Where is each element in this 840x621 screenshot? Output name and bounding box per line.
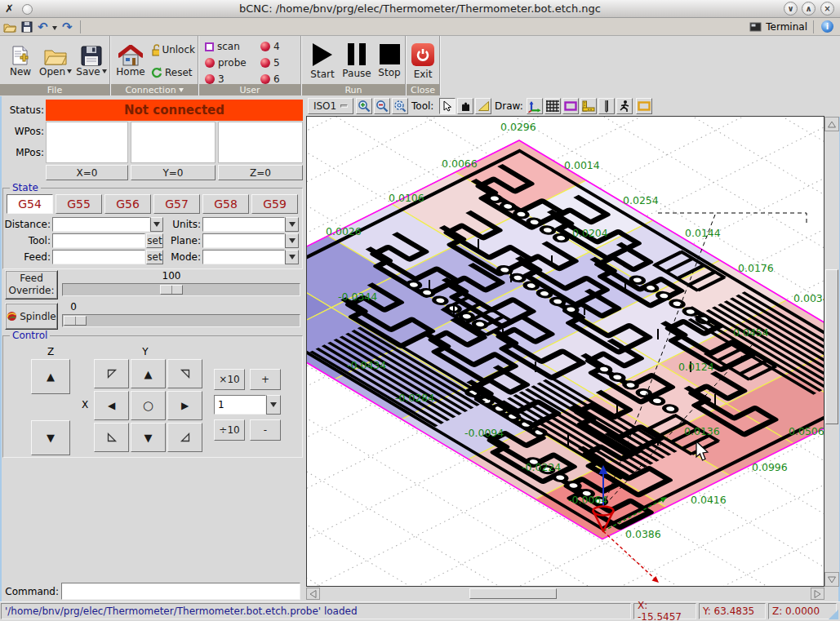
step-plus-button[interactable]: + bbox=[250, 369, 281, 390]
pause-button[interactable]: Pause bbox=[340, 38, 374, 84]
redo-icon[interactable]: ↷ bbox=[62, 20, 73, 34]
unlock-button[interactable]: Unlock bbox=[150, 40, 196, 60]
feed-override-handle[interactable] bbox=[160, 285, 183, 295]
resize-grip[interactable] bbox=[829, 610, 838, 619]
step-value-field[interactable]: 1 bbox=[214, 395, 266, 415]
stop-button[interactable]: Stop bbox=[376, 38, 403, 84]
step-mul10-button[interactable]: ×10 bbox=[214, 369, 245, 390]
units-dropdown[interactable] bbox=[285, 217, 299, 232]
jog-xy-upleft-button[interactable] bbox=[94, 359, 129, 388]
info-icon[interactable]: i bbox=[821, 20, 833, 33]
jog-origin-button[interactable]: ○ bbox=[131, 391, 166, 420]
open-icon[interactable] bbox=[3, 20, 16, 33]
undo-dropdown-icon[interactable] bbox=[52, 26, 57, 30]
wcs-g54-button[interactable]: G54 bbox=[7, 194, 53, 214]
feed-override-slider[interactable] bbox=[62, 283, 300, 296]
distance-dropdown[interactable] bbox=[150, 217, 163, 232]
user-probe-button[interactable]: probe bbox=[204, 55, 255, 70]
cnc-canvas[interactable]: 0.02960.00660.00140.01060.02540.00260.02… bbox=[306, 116, 824, 587]
jog-xy-downleft-button[interactable] bbox=[94, 423, 129, 452]
zero-x-button[interactable]: X=0 bbox=[46, 165, 128, 180]
shade-window-button[interactable]: ∨ bbox=[784, 2, 798, 16]
close-window-button[interactable]: × bbox=[820, 2, 834, 16]
jog-y-up-button[interactable]: ▲ bbox=[131, 359, 166, 388]
jog-xy-upright-button[interactable] bbox=[167, 359, 202, 388]
tool-entry[interactable] bbox=[52, 233, 145, 248]
draw-workarea-button[interactable] bbox=[636, 98, 652, 114]
wcs-g56-button[interactable]: G56 bbox=[104, 194, 151, 214]
new-button[interactable]: New bbox=[5, 38, 36, 84]
vscroll-thumb[interactable] bbox=[825, 269, 838, 424]
step-minus-button[interactable]: - bbox=[250, 419, 281, 441]
draw-paths-button[interactable] bbox=[616, 98, 633, 114]
tool-ruler-button[interactable] bbox=[475, 98, 491, 114]
status-banner[interactable]: Not connected bbox=[46, 100, 303, 121]
feed-entry[interactable] bbox=[52, 250, 145, 264]
zero-z-button[interactable]: Z=0 bbox=[218, 165, 303, 180]
view-select[interactable]: ISO1 bbox=[308, 98, 353, 114]
user-scan-button[interactable]: scan bbox=[204, 39, 255, 54]
step-div10-button[interactable]: ÷10 bbox=[214, 419, 245, 441]
undo-icon[interactable]: ↶ bbox=[38, 20, 48, 34]
wcs-g59-button[interactable]: G59 bbox=[251, 194, 298, 214]
zoom-out-button[interactable] bbox=[374, 98, 390, 114]
jog-x-plus-button[interactable]: ▶ bbox=[167, 391, 202, 420]
tool-pan-button[interactable] bbox=[457, 98, 473, 114]
draw-probe-button[interactable] bbox=[598, 98, 615, 114]
z-position-display[interactable] bbox=[218, 122, 303, 163]
hscroll-thumb[interactable] bbox=[469, 588, 557, 599]
connection-group-label[interactable]: Connection bbox=[111, 84, 198, 95]
home-button[interactable]: Home bbox=[113, 38, 148, 84]
draw-axes-button[interactable] bbox=[527, 98, 543, 114]
wcs-g57-button[interactable]: G57 bbox=[153, 194, 200, 214]
user-5-button[interactable]: 5 bbox=[260, 55, 296, 70]
zero-y-button[interactable]: Y=0 bbox=[131, 165, 216, 180]
spindle-button[interactable]: Spindle bbox=[5, 303, 58, 330]
tool-select-button[interactable] bbox=[439, 98, 456, 114]
zoom-fit-button[interactable] bbox=[392, 98, 408, 114]
feed-set-button[interactable]: set bbox=[146, 250, 163, 264]
x-position-display[interactable] bbox=[46, 122, 128, 163]
terminal-button[interactable]: Terminal bbox=[749, 20, 807, 33]
save-icon[interactable] bbox=[20, 20, 33, 33]
jog-x-minus-button[interactable]: ◀ bbox=[94, 391, 129, 420]
plane-combobox[interactable] bbox=[202, 233, 285, 248]
step-dropdown[interactable] bbox=[266, 395, 281, 415]
scroll-left-arrow[interactable] bbox=[306, 588, 320, 600]
draw-margin-button[interactable] bbox=[562, 98, 579, 114]
user-4-button[interactable]: 4 bbox=[260, 39, 296, 54]
feed-override-button[interactable]: Feed Override: bbox=[5, 270, 58, 299]
canvas-vscrollbar[interactable] bbox=[824, 117, 839, 587]
scroll-right-arrow[interactable] bbox=[811, 588, 824, 600]
wcs-g58-button[interactable]: G58 bbox=[202, 194, 249, 214]
title-bar[interactable]: ✗ bCNC: /home/bnv/prg/elec/Thermometer/T… bbox=[0, 0, 840, 18]
draw-ruler-button[interactable] bbox=[580, 98, 597, 114]
jog-y-down-button[interactable]: ▼ bbox=[131, 423, 166, 452]
zoom-in-button[interactable] bbox=[356, 98, 372, 114]
draw-grid-button[interactable] bbox=[544, 98, 561, 114]
mode-combobox[interactable] bbox=[202, 250, 285, 264]
spindle-handle[interactable] bbox=[64, 316, 87, 326]
distance-combobox[interactable] bbox=[52, 217, 150, 232]
open-button[interactable]: Open bbox=[38, 38, 73, 84]
reset-button[interactable]: Reset bbox=[150, 63, 196, 82]
spindle-slider[interactable] bbox=[62, 314, 300, 327]
statusbar-x: X: -15.5457 bbox=[633, 603, 696, 619]
canvas-hscrollbar[interactable] bbox=[306, 588, 824, 600]
mode-dropdown[interactable] bbox=[285, 250, 299, 264]
wcs-g55-button[interactable]: G55 bbox=[56, 194, 102, 214]
jog-z-up-button[interactable]: ▲ bbox=[31, 359, 70, 394]
start-button[interactable]: Start bbox=[307, 38, 338, 84]
command-input[interactable] bbox=[61, 583, 300, 600]
save-button[interactable]: Save bbox=[75, 38, 108, 84]
plane-dropdown[interactable] bbox=[285, 233, 299, 248]
exit-button[interactable]: Exit bbox=[408, 38, 438, 84]
scroll-down-arrow[interactable] bbox=[824, 572, 839, 587]
scroll-up-arrow[interactable] bbox=[824, 117, 839, 131]
jog-z-down-button[interactable]: ▼ bbox=[31, 420, 70, 455]
units-combobox[interactable] bbox=[202, 217, 285, 232]
y-position-display[interactable] bbox=[131, 122, 216, 163]
maximize-window-button[interactable]: ∧ bbox=[802, 2, 816, 16]
jog-xy-downright-button[interactable] bbox=[167, 423, 202, 452]
tool-set-button[interactable]: set bbox=[146, 233, 163, 248]
